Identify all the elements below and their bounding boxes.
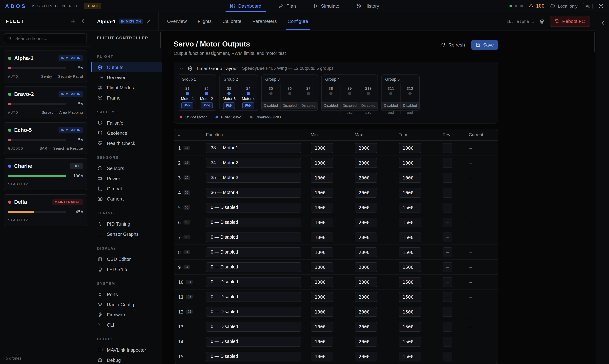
max-input[interactable]: 2000	[355, 262, 377, 272]
function-select[interactable]: 0 — Disabled	[206, 203, 301, 212]
reverse-checkbox[interactable]: –	[442, 351, 452, 361]
trim-input[interactable]: 1500	[399, 337, 421, 346]
function-select[interactable]: 34 — Motor 2	[206, 158, 301, 168]
trim-input[interactable]: 1000	[399, 173, 421, 182]
trim-input[interactable]: 1000	[399, 143, 421, 153]
menu-item-pid-tuning[interactable]: PID Tuning	[91, 219, 162, 229]
menu-item-failsafe[interactable]: Failsafe	[91, 118, 162, 128]
trim-input[interactable]: 1500	[399, 292, 421, 302]
tab-configure[interactable]: Configure	[282, 12, 314, 30]
function-select[interactable]: 33 — Motor 1	[206, 143, 301, 153]
max-input[interactable]: 2000	[355, 337, 377, 346]
tab-calibrate[interactable]: Calibrate	[217, 12, 247, 30]
function-select[interactable]: 0 — Disabled	[206, 322, 301, 331]
menu-item-camera[interactable]: Camera	[91, 194, 162, 204]
min-input[interactable]: 1000	[311, 292, 333, 302]
reverse-checkbox[interactable]: –	[442, 158, 452, 168]
reverse-checkbox[interactable]: –	[442, 217, 452, 227]
menu-item-debug[interactable]: Debug	[91, 355, 162, 364]
close-drone-tab-button[interactable]	[146, 19, 151, 24]
max-input[interactable]: 2000	[355, 307, 377, 317]
reverse-checkbox[interactable]: –	[442, 203, 452, 212]
min-input[interactable]: 1000	[311, 232, 333, 242]
add-drone-button[interactable]	[70, 19, 76, 24]
trim-input[interactable]: 1500	[399, 322, 421, 331]
reverse-checkbox[interactable]: –	[442, 143, 452, 153]
function-select[interactable]: 0 — Disabled	[206, 307, 301, 317]
menu-item-gimbal[interactable]: Gimbal	[91, 183, 162, 194]
collapse-fleet-button[interactable]	[80, 19, 86, 24]
menu-item-cli[interactable]: CLI	[91, 320, 162, 330]
function-select[interactable]: 0 — Disabled	[206, 277, 301, 287]
menu-item-power[interactable]: Power	[91, 173, 162, 183]
function-select[interactable]: 0 — Disabled	[206, 247, 301, 257]
trim-input[interactable]: 1500	[399, 351, 421, 361]
min-input[interactable]: 1000	[311, 322, 333, 331]
min-input[interactable]: 1000	[311, 307, 333, 317]
fc-menu-scrollbar[interactable]	[160, 32, 161, 48]
nav-item-dashboard[interactable]: Dashboard	[225, 0, 266, 12]
reverse-checkbox[interactable]: –	[442, 337, 452, 346]
reverse-checkbox[interactable]: –	[442, 277, 452, 287]
trim-input[interactable]: 1500	[399, 247, 421, 257]
collapse-timer-panel-button[interactable]	[179, 66, 184, 71]
trim-input[interactable]: 1500	[399, 307, 421, 317]
function-select[interactable]: 0 — Disabled	[206, 217, 301, 227]
main-scrollbar[interactable]	[594, 32, 595, 52]
drone-card-delta[interactable]: DeltaMAINTENANCE45%STABILIZE	[4, 194, 87, 226]
tab-flights[interactable]: Flights	[192, 12, 217, 30]
min-input[interactable]: 1000	[311, 188, 333, 197]
refresh-button[interactable]: Refresh	[438, 40, 468, 50]
max-input[interactable]: 2000	[355, 188, 377, 197]
function-select[interactable]: 36 — Motor 4	[206, 188, 301, 197]
menu-item-flight-modes[interactable]: Flight Modes	[91, 82, 162, 93]
min-input[interactable]: 1000	[311, 277, 333, 287]
function-select[interactable]: 0 — Disabled	[206, 292, 301, 302]
menu-item-led-strip[interactable]: LED Strip	[91, 264, 162, 274]
menu-item-mavlink-inspector[interactable]: MAVLink Inspector	[91, 345, 162, 355]
function-select[interactable]: 0 — Disabled	[206, 337, 301, 346]
max-input[interactable]: 2000	[355, 232, 377, 242]
function-select[interactable]: 0 — Disabled	[206, 232, 301, 242]
nav-item-simulate[interactable]: Simulate	[308, 0, 344, 12]
trim-input[interactable]: 1500	[399, 217, 421, 227]
active-drone-tab[interactable]: Alpha-1 IN MISSION	[91, 12, 158, 30]
tab-parameters[interactable]: Parameters	[247, 12, 282, 30]
min-input[interactable]: 1000	[311, 247, 333, 257]
nav-item-history[interactable]: History	[352, 0, 384, 12]
min-input[interactable]: 1000	[311, 203, 333, 212]
min-input[interactable]: 1000	[311, 158, 333, 168]
reverse-checkbox[interactable]: –	[442, 247, 452, 257]
trim-input[interactable]: 1500	[399, 277, 421, 287]
trim-input[interactable]: 1500	[399, 203, 421, 212]
max-input[interactable]: 2000	[355, 217, 377, 227]
max-input[interactable]: 2000	[355, 203, 377, 212]
reverse-checkbox[interactable]: –	[442, 262, 452, 272]
min-input[interactable]: 1000	[311, 351, 333, 361]
expand-right-panel-button[interactable]	[600, 20, 605, 26]
max-input[interactable]: 2000	[355, 143, 377, 153]
min-input[interactable]: 1000	[311, 337, 333, 346]
max-input[interactable]: 2000	[355, 173, 377, 182]
max-input[interactable]: 2000	[355, 158, 377, 168]
reverse-checkbox[interactable]: –	[442, 232, 452, 242]
drone-card-echo-5[interactable]: Echo-5IN MISSION5%GUIDEDSAR — Search & R…	[4, 122, 87, 154]
reverse-checkbox[interactable]: –	[442, 292, 452, 302]
reverse-checkbox[interactable]: –	[442, 307, 452, 317]
function-select[interactable]: 0 — Disabled	[206, 351, 301, 361]
gear-icon[interactable]	[598, 3, 604, 9]
menu-item-ports[interactable]: Ports	[91, 289, 162, 299]
reverse-checkbox[interactable]: –	[442, 188, 452, 197]
function-select[interactable]: 0 — Disabled	[206, 262, 301, 272]
menu-item-receiver[interactable]: Receiver	[91, 72, 162, 82]
trim-input[interactable]: 1500	[399, 262, 421, 272]
max-input[interactable]: 2000	[355, 277, 377, 287]
drone-card-charlie[interactable]: CharlieIDLE100%STABILIZE	[4, 158, 87, 190]
max-input[interactable]: 2000	[355, 247, 377, 257]
command-palette-shortcut[interactable]: ⌘K	[583, 3, 593, 9]
min-input[interactable]: 1000	[311, 173, 333, 182]
max-input[interactable]: 2000	[355, 292, 377, 302]
trim-input[interactable]: 1500	[399, 232, 421, 242]
trim-input[interactable]: 1000	[399, 188, 421, 197]
trim-input[interactable]: 1000	[399, 158, 421, 168]
